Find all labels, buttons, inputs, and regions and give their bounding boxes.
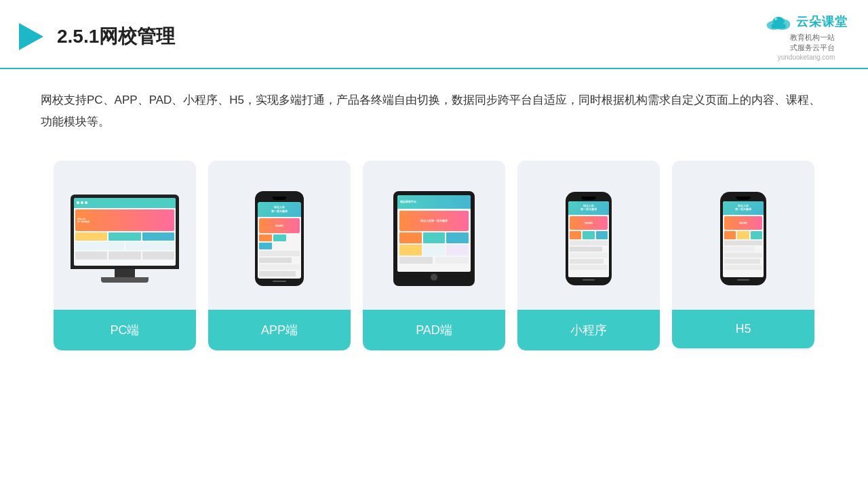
h5-phone-device: 职达人的第一堂兴趣课 精品课程 xyxy=(720,192,766,285)
card-h5-label: H5 xyxy=(672,310,814,348)
cloud-icon xyxy=(765,12,792,31)
pad-home-button xyxy=(431,274,437,281)
card-pc-image: 职达人的第一堂兴趣课 xyxy=(54,161,196,310)
miniprogram-phone-device: 职达人的第一堂兴趣课 精品课程 xyxy=(566,192,612,285)
h5-phone-notch xyxy=(736,197,751,200)
miniprogram-phone-notch xyxy=(581,197,596,200)
h5-phone-body: 职达人的第一堂兴趣课 精品课程 xyxy=(720,192,766,285)
card-pad-label: PAD端 xyxy=(363,310,505,350)
card-h5-image: 职达人的第一堂兴趣课 精品课程 xyxy=(672,161,814,310)
app-phone-device: 职达人的第一堂兴趣课 精品课程 xyxy=(255,191,304,286)
logo-subtitle: 教育机构一站 式服务云平台 xyxy=(790,33,835,53)
header-left: 2.5.1网校管理 xyxy=(14,20,175,53)
card-pc-label: PC端 xyxy=(54,310,196,350)
pc-neck xyxy=(115,269,135,277)
description-text: 网校支持PC、APP、PAD、小程序、H5，实现多端打通，产品各终端自由切换，数… xyxy=(0,69,868,140)
miniprogram-phone-screen: 职达人的第一堂兴趣课 精品课程 xyxy=(568,201,609,277)
page-header: 2.5.1网校管理 云朵课堂 教育机构一站 式服务云平台 yunduoketan… xyxy=(0,0,868,69)
app-phone-notch xyxy=(273,197,286,200)
card-pad-image: 精品课程平台 职达人的第一堂兴趣课 xyxy=(363,161,505,310)
card-h5: 职达人的第一堂兴趣课 精品课程 xyxy=(672,161,814,350)
miniprogram-phone-home-bar xyxy=(583,279,595,281)
card-pad: 精品课程平台 职达人的第一堂兴趣课 xyxy=(363,161,505,350)
miniprogram-phone-body: 职达人的第一堂兴趣课 精品课程 xyxy=(566,192,612,285)
pad-body: 精品课程平台 职达人的第一堂兴趣课 xyxy=(393,191,475,286)
pad-screen: 精品课程平台 职达人的第一堂兴趣课 xyxy=(397,195,471,272)
logo-name: 云朵课堂 xyxy=(796,14,848,30)
logo-url: yunduoketang.com xyxy=(778,54,835,61)
pc-device: 职达人的第一堂兴趣课 xyxy=(71,195,179,283)
pc-base xyxy=(101,277,149,283)
card-app-label: APP端 xyxy=(208,310,351,350)
pc-screen: 职达人的第一堂兴趣课 xyxy=(74,198,176,266)
card-app: 职达人的第一堂兴趣课 精品课程 xyxy=(208,161,351,350)
app-phone-body: 职达人的第一堂兴趣课 精品课程 xyxy=(255,191,304,286)
card-miniprogram-label: 小程序 xyxy=(517,310,660,350)
logo-area: 云朵课堂 教育机构一站 式服务云平台 yunduoketang.com xyxy=(765,12,848,61)
card-app-image: 职达人的第一堂兴趣课 精品课程 xyxy=(208,161,351,310)
h5-phone-screen: 职达人的第一堂兴趣课 精品课程 xyxy=(723,201,764,277)
pc-monitor: 职达人的第一堂兴趣课 xyxy=(71,195,179,269)
cards-container: 职达人的第一堂兴趣课 xyxy=(0,140,868,350)
card-miniprogram-image: 职达人的第一堂兴趣课 精品课程 xyxy=(517,161,660,310)
pad-device: 精品课程平台 职达人的第一堂兴趣课 xyxy=(393,191,475,286)
h5-phone-home-bar xyxy=(737,279,749,281)
page-title: 2.5.1网校管理 xyxy=(57,24,175,49)
logo-cloud: 云朵课堂 xyxy=(765,12,848,31)
description-content: 网校支持PC、APP、PAD、小程序、H5，实现多端打通，产品各终端自由切换，数… xyxy=(41,94,821,128)
app-phone-screen: 职达人的第一堂兴趣课 精品课程 xyxy=(258,202,301,279)
play-icon xyxy=(14,20,46,53)
svg-point-8 xyxy=(774,18,777,20)
card-pc: 职达人的第一堂兴趣课 xyxy=(54,161,196,350)
svg-marker-0 xyxy=(19,23,43,50)
card-miniprogram: 职达人的第一堂兴趣课 精品课程 xyxy=(517,161,660,350)
app-phone-home-bar xyxy=(273,281,286,282)
svg-point-6 xyxy=(773,17,784,25)
svg-rect-7 xyxy=(771,24,785,28)
